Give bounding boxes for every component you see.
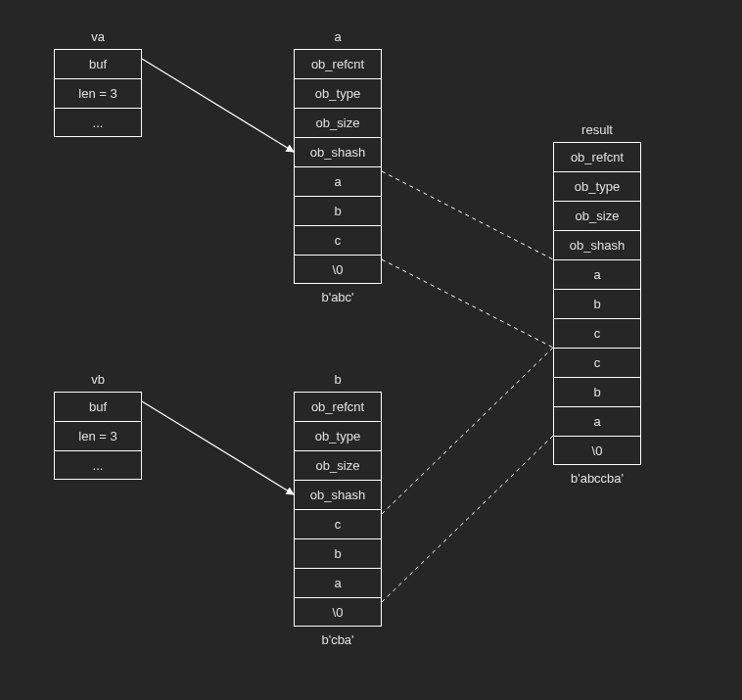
b-block: ob_refcnt ob_type ob_size ob_shash c b a…: [294, 392, 382, 627]
result-cell: ob_size: [553, 201, 641, 230]
va-cell-buf: buf: [54, 49, 142, 78]
b-cell: \0: [294, 597, 382, 627]
va-title: va: [54, 29, 142, 44]
result-cell: ob_refcnt: [553, 142, 641, 171]
a-cell: c: [294, 225, 382, 255]
result-cell: c: [553, 318, 641, 348]
vb-title: vb: [54, 372, 142, 387]
va-block: buf len = 3 ...: [54, 49, 142, 137]
b-title: b: [294, 372, 382, 387]
svg-line-5: [382, 436, 553, 602]
a-cell: ob_size: [294, 108, 382, 137]
va-cell-len: len = 3: [54, 78, 142, 108]
a-cell: ob_shash: [294, 137, 382, 166]
a-cell: ob_refcnt: [294, 49, 382, 78]
svg-line-2: [382, 171, 553, 259]
svg-line-3: [382, 259, 553, 348]
result-cell: \0: [553, 436, 641, 465]
vb-cell-buf: buf: [54, 392, 142, 421]
va-cell-dots: ...: [54, 108, 142, 137]
result-title: result: [553, 122, 641, 137]
svg-line-0: [142, 59, 294, 152]
vb-cell-dots: ...: [54, 450, 142, 480]
result-caption: b'abccba': [553, 471, 641, 486]
result-cell: a: [553, 406, 641, 436]
b-cell: ob_refcnt: [294, 392, 382, 421]
a-title: a: [294, 29, 382, 44]
b-cell: b: [294, 538, 382, 568]
b-cell: ob_type: [294, 421, 382, 450]
a-cell: \0: [294, 255, 382, 284]
result-cell: ob_type: [553, 171, 641, 201]
result-cell: ob_shash: [553, 230, 641, 259]
result-cell: b: [553, 289, 641, 318]
a-cell: a: [294, 166, 382, 196]
result-cell: a: [553, 259, 641, 289]
result-block: ob_refcnt ob_type ob_size ob_shash a b c…: [553, 142, 641, 465]
a-caption: b'abc': [294, 290, 382, 304]
a-block: ob_refcnt ob_type ob_size ob_shash a b c…: [294, 49, 382, 284]
b-cell: c: [294, 509, 382, 538]
diagram-stage: va buf len = 3 ... a ob_refcnt ob_type o…: [0, 0, 742, 700]
result-cell: b: [553, 377, 641, 406]
vb-cell-len: len = 3: [54, 421, 142, 450]
vb-block: buf len = 3 ...: [54, 392, 142, 480]
a-cell: b: [294, 196, 382, 225]
result-cell: c: [553, 348, 641, 377]
b-caption: b'cba': [294, 632, 382, 647]
b-cell: a: [294, 568, 382, 597]
b-cell: ob_size: [294, 450, 382, 480]
b-cell: ob_shash: [294, 480, 382, 509]
a-cell: ob_type: [294, 78, 382, 108]
svg-line-4: [382, 348, 553, 514]
svg-line-1: [142, 401, 294, 494]
